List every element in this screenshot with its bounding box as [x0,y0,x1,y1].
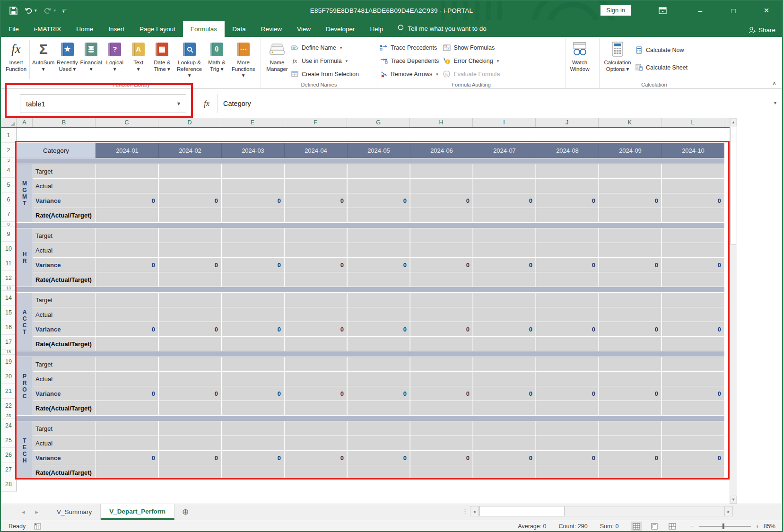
minimize-button[interactable]: – [689,1,711,20]
row-header-11[interactable]: 11 [1,256,17,271]
tab-file[interactable]: File [1,21,26,37]
zoom-out-button[interactable]: − [690,523,694,530]
lookup-reference-button[interactable]: Lookup &Reference ▾ [174,39,205,80]
column-header-D[interactable]: D [158,118,221,127]
page-break-preview-icon[interactable] [667,522,678,531]
logical-button[interactable]: ?Logical▾ [103,39,127,80]
column-header-H[interactable]: H [410,118,473,127]
row-header-2[interactable]: 2 [1,143,17,158]
zoom-slider-thumb[interactable] [722,523,724,529]
watch-window-button[interactable]: Watch Window [568,39,592,74]
row-header-22[interactable]: 22 [1,399,17,413]
row-header-9[interactable]: 9 [1,227,17,242]
tab-data[interactable]: Data [225,21,253,37]
calculate-now-button[interactable]: Calculate Now [635,44,687,56]
tab-formulas[interactable]: Formulas [183,21,225,37]
vertical-scrollbar[interactable]: ▲ ▼ [730,118,737,504]
tab-developer[interactable]: Developer [318,21,363,37]
tab-review[interactable]: Review [253,21,289,37]
macro-record-icon[interactable] [34,523,41,530]
column-header-L[interactable]: L [661,118,724,127]
row-header-17[interactable]: 17 [1,335,17,349]
sheet-nav-left-icon[interactable]: ◂ [22,508,25,515]
horizontal-scroll-thumb[interactable] [479,506,565,516]
recently-used-button[interactable]: ★RecentlyUsed ▾ [55,39,79,80]
column-header-J[interactable]: J [536,118,599,127]
column-header-B[interactable]: B [33,118,96,127]
select-all-corner[interactable] [1,118,17,127]
remove-arrows-button[interactable]: Remove Arrows▾ [380,68,439,80]
row-header-5[interactable]: 5 [1,178,17,192]
error-checking-button[interactable]: ! Error Checking▾ [443,55,500,67]
column-header-I[interactable]: I [473,118,536,127]
row-header-20[interactable]: 20 [1,369,17,384]
column-header-E[interactable]: E [221,118,284,127]
use-in-formula-button[interactable]: fx Use in Formula▾ [291,55,359,67]
autosum-button[interactable]: ΣAutoSum▾ [31,39,56,80]
evaluate-formula-button[interactable]: fx Evaluate Formula [443,68,500,80]
formula-input[interactable]: Category [223,94,763,113]
row-header-8[interactable]: 8 [1,222,17,227]
row-header-19[interactable]: 19 [1,355,17,369]
tab-insert[interactable]: Insert [101,21,132,37]
vertical-scroll-thumb[interactable] [731,127,736,245]
tab-page-layout[interactable]: Page Layout [132,21,183,37]
create-from-selection-button[interactable]: Create from Selection [291,68,359,80]
zoom-level[interactable]: 85% [764,523,775,530]
row-header-6[interactable]: 6 [1,192,17,207]
row-header-13[interactable]: 13 [1,286,17,291]
scroll-right-icon[interactable]: ▸ [724,506,733,516]
expand-formula-bar-icon[interactable]: ▾ [774,100,776,105]
row-header-23[interactable]: 23 [1,413,17,419]
tell-me-box[interactable]: Tell me what you want to do [391,20,493,37]
sheet-tab-v_summary[interactable]: V_Summary [48,504,101,520]
insert-function-button[interactable]: fx Insert Function [4,39,28,74]
column-header-F[interactable]: F [284,118,347,127]
sheet-nav-right-icon[interactable]: ▸ [35,508,39,515]
row-header-4[interactable]: 4 [1,163,17,178]
calculation-options-button[interactable]: Calculation Options ▾ [602,39,633,74]
tab-help[interactable]: Help [363,21,391,37]
more-functions-button[interactable]: ⋯MoreFunctions ▾ [228,39,258,80]
row-header-10[interactable]: 10 [1,242,17,256]
trace-dependents-button[interactable]: Trace Dependents [380,55,439,67]
collapse-ribbon-icon[interactable]: ∧ [772,80,776,87]
show-formulas-button[interactable]: 15fx Show Formulas [443,42,500,53]
name-manager-button[interactable]: Name Manager [263,39,291,74]
maximize-button[interactable]: □ [722,1,744,20]
row-header-25[interactable]: 25 [1,433,17,448]
page-layout-view-icon[interactable] [649,522,660,531]
math-trig-button[interactable]: θMath &Trig ▾ [205,39,228,80]
row-header-28[interactable]: 28 [1,477,17,492]
horizontal-scrollbar[interactable]: ◂ ▸ [470,505,733,517]
row-header-7[interactable]: 7 [1,207,17,222]
column-header-C[interactable]: C [96,118,158,127]
sign-in-button[interactable]: Sign in [600,5,631,16]
column-header-K[interactable]: K [599,118,661,127]
tab-i-matrix[interactable]: i-MATRIX [26,21,69,37]
row-header-24[interactable]: 24 [1,419,17,433]
insert-function-fx-button[interactable]: fx [196,94,218,113]
tab-home[interactable]: Home [69,21,101,37]
normal-view-icon[interactable] [631,522,642,531]
scroll-up-icon[interactable]: ▲ [730,118,737,126]
row-header-27[interactable]: 27 [1,462,17,477]
define-name-button[interactable]: Define Name▾ [291,42,359,53]
calculate-sheet-button[interactable]: Calculate Sheet [635,61,687,73]
row-header-18[interactable]: 18 [1,349,17,355]
row-header-15[interactable]: 15 [1,305,17,320]
row-header-1[interactable]: 1 [1,128,17,143]
zoom-in-button[interactable]: + [756,523,759,530]
row-header-3[interactable]: 3 [1,158,17,163]
share-button[interactable]: Share [748,26,775,34]
ribbon-display-options-icon[interactable] [652,1,673,20]
row-header-14[interactable]: 14 [1,291,17,305]
scroll-down-icon[interactable]: ▼ [730,496,737,504]
sheet-tab-v_depart_perform[interactable]: V_Depart_Perform [101,504,174,520]
tab-view[interactable]: View [289,21,318,37]
column-header-G[interactable]: G [347,118,410,127]
scroll-left-icon[interactable]: ◂ [470,506,478,516]
zoom-slider[interactable] [699,526,751,527]
column-header-A[interactable]: A [17,118,33,127]
trace-precedents-button[interactable]: Trace Precedents [380,42,439,53]
